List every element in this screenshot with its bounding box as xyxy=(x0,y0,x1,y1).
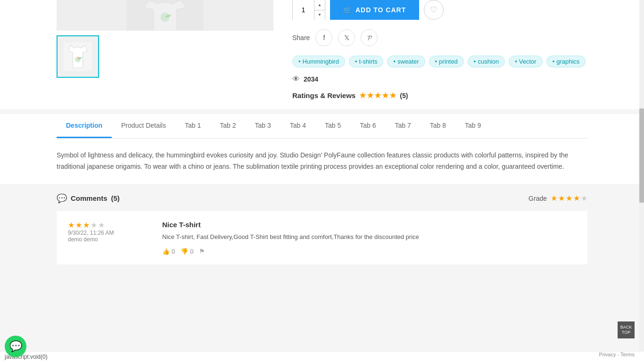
review-star-4: ★ xyxy=(91,221,97,230)
eye-icon: 👁 xyxy=(292,75,300,83)
review-star-5: ★ xyxy=(98,221,105,230)
review-star-2: ★ xyxy=(75,221,82,230)
thumbs-up-icon: 👍 xyxy=(162,248,170,255)
tag-sweater[interactable]: sweater xyxy=(387,56,425,67)
thumbs-up-button[interactable]: 👍 0 xyxy=(162,248,175,255)
review-star-3: ★ xyxy=(83,221,90,230)
facebook-icon: f xyxy=(323,34,325,41)
tab-9[interactable]: Tab 9 xyxy=(455,114,490,138)
add-to-cart-button[interactable]: 🛒 ADD TO CART xyxy=(330,0,419,20)
review-count: (5) xyxy=(400,92,408,99)
twitter-share-button[interactable]: 𝕏 xyxy=(338,29,355,46)
flag-button[interactable]: ⚑ xyxy=(199,247,205,255)
heart-icon: ♡ xyxy=(430,5,438,15)
quantity-arrows: ▲ ▼ xyxy=(314,0,325,20)
quantity-control: 1 ▲ ▼ xyxy=(292,0,325,20)
thumbnail-item[interactable] xyxy=(57,35,99,78)
tabs-nav: Description Product Details Tab 1 Tab 2 … xyxy=(57,114,587,139)
pinterest-share-button[interactable]: 𝓟 xyxy=(361,29,378,46)
comments-label: Comments xyxy=(71,194,107,202)
tags-row: Hummingbird t-shirts sweater printed cus… xyxy=(292,56,587,67)
product-info: 1 ▲ ▼ 🛒 ADD TO CART ♡ Share xyxy=(292,0,587,100)
tag-tshirts[interactable]: t-shirts xyxy=(349,56,384,67)
tabs-section: Description Product Details Tab 1 Tab 2 … xyxy=(0,114,644,184)
comment-author: demo demo xyxy=(68,236,153,243)
star-1: ★ xyxy=(359,91,366,100)
star-3: ★ xyxy=(374,91,381,100)
share-row: Share f 𝕏 𝓟 xyxy=(292,29,587,46)
comments-header: 💬 Comments (5) Grade ★ ★ ★ ★ ★ xyxy=(57,193,587,204)
grade-star-2: ★ xyxy=(558,194,565,203)
facebook-share-button[interactable]: f xyxy=(315,29,332,46)
tab-3[interactable]: Tab 3 xyxy=(245,114,280,138)
quantity-up-button[interactable]: ▲ xyxy=(314,0,325,10)
flag-icon: ⚑ xyxy=(199,247,205,255)
quantity-cart-row: 1 ▲ ▼ 🛒 ADD TO CART ♡ xyxy=(292,0,587,20)
cart-icon: 🛒 xyxy=(343,6,352,14)
star-2: ★ xyxy=(367,91,373,100)
add-to-cart-label: ADD TO CART xyxy=(355,6,406,14)
quantity-input[interactable]: 1 xyxy=(293,0,314,20)
thumbnail-svg xyxy=(64,42,92,71)
comments-count: (5) xyxy=(111,194,120,202)
comment-icon: 💬 xyxy=(57,193,67,204)
tag-cushion[interactable]: cushion xyxy=(468,56,505,67)
grade-row: Grade ★ ★ ★ ★ ★ xyxy=(528,194,587,203)
tab-4[interactable]: Tab 4 xyxy=(281,114,315,138)
scrollbar-thumb[interactable] xyxy=(639,108,644,203)
tab-8[interactable]: Tab 8 xyxy=(421,114,455,138)
thumbs-up-count: 0 xyxy=(172,248,175,255)
grade-star-4: ★ xyxy=(573,194,580,203)
comment-layout: ★ ★ ★ ★ ★ 9/30/22, 11:26 AM demo demo Ni… xyxy=(68,221,576,255)
share-label: Share xyxy=(292,34,310,41)
comment-right: Nice T-shirt Nice T-shirt, Fast Delivery… xyxy=(162,221,576,255)
scrollbar[interactable] xyxy=(639,0,644,279)
grade-star-5: ★ xyxy=(581,194,587,203)
star-4: ★ xyxy=(382,91,388,100)
review-star-1: ★ xyxy=(68,221,74,230)
tag-vector[interactable]: Vector xyxy=(509,56,542,67)
views-row: 👁 2034 xyxy=(292,75,587,83)
description-text: Symbol of lightness and delicacy, the hu… xyxy=(57,150,587,173)
product-section: 1 ▲ ▼ 🛒 ADD TO CART ♡ Share xyxy=(0,0,644,109)
thumbs-down-count: 0 xyxy=(190,248,193,255)
views-count: 2034 xyxy=(304,75,318,83)
wishlist-button[interactable]: ♡ xyxy=(424,0,444,20)
star-5: ★ xyxy=(389,91,396,100)
comment-date: 9/30/22, 11:26 AM xyxy=(68,230,153,236)
comment-stars: ★ ★ ★ ★ ★ xyxy=(68,221,153,230)
tag-graphics[interactable]: graphics xyxy=(546,56,586,67)
tab-5[interactable]: Tab 5 xyxy=(315,114,350,138)
grade-star-1: ★ xyxy=(551,194,557,203)
main-product-image xyxy=(57,0,273,31)
tag-hummingbird[interactable]: Hummingbird xyxy=(292,56,345,67)
pinterest-icon: 𝓟 xyxy=(367,34,372,42)
tab-product-details[interactable]: Product Details xyxy=(112,114,175,138)
ratings-stars: ★ ★ ★ ★ ★ xyxy=(359,91,396,100)
comment-card: ★ ★ ★ ★ ★ 9/30/22, 11:26 AM demo demo Ni… xyxy=(57,211,587,265)
tab-description[interactable]: Description xyxy=(57,114,112,138)
ratings-row: Ratings & Reviews ★ ★ ★ ★ ★ (5) xyxy=(292,91,587,100)
svg-point-4 xyxy=(75,57,81,62)
grade-star-3: ★ xyxy=(566,194,572,203)
comments-section: 💬 Comments (5) Grade ★ ★ ★ ★ ★ xyxy=(0,184,644,279)
svg-point-6 xyxy=(78,58,79,59)
product-image-svg xyxy=(57,0,273,31)
comment-actions: 👍 0 👎 0 ⚑ xyxy=(162,247,576,255)
thumbnail-strip xyxy=(57,35,273,78)
grade-stars: ★ ★ ★ ★ ★ xyxy=(551,194,587,203)
comment-text: Nice T-shirt, Fast Delivery,Good T-Shirt… xyxy=(162,232,576,242)
tag-printed[interactable]: printed xyxy=(429,56,464,67)
twitter-icon: 𝕏 xyxy=(344,34,349,41)
tab-content-description: Symbol of lightness and delicacy, the hu… xyxy=(57,139,587,184)
tab-1[interactable]: Tab 1 xyxy=(175,114,210,138)
tab-6[interactable]: Tab 6 xyxy=(350,114,385,138)
comments-title: 💬 Comments (5) xyxy=(57,193,120,204)
comment-left: ★ ★ ★ ★ ★ 9/30/22, 11:26 AM demo demo xyxy=(68,221,153,255)
thumbs-down-icon: 👎 xyxy=(181,248,188,255)
thumbs-down-button[interactable]: 👎 0 xyxy=(181,248,193,255)
tab-2[interactable]: Tab 2 xyxy=(210,114,245,138)
quantity-down-button[interactable]: ▼ xyxy=(314,10,325,20)
page-wrapper: 1 ▲ ▼ 🛒 ADD TO CART ♡ Share xyxy=(0,0,644,279)
tab-7[interactable]: Tab 7 xyxy=(385,114,420,138)
